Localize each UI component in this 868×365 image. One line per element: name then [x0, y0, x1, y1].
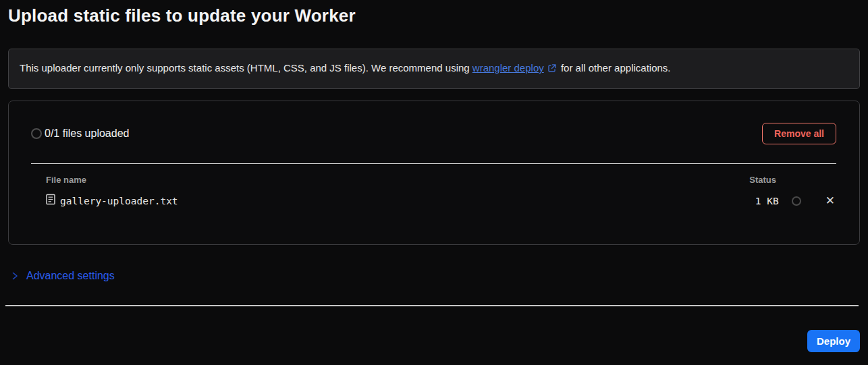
- file-status-circle-icon: [792, 196, 801, 206]
- file-size: 1 KB: [755, 196, 779, 206]
- chevron-right-icon: [11, 271, 19, 281]
- footer: Deploy: [8, 330, 860, 352]
- file-document-icon: [46, 194, 55, 208]
- upload-progress-label: 0/1 files uploaded: [45, 128, 129, 140]
- wrangler-deploy-link[interactable]: wrangler deploy: [472, 62, 544, 74]
- deploy-button[interactable]: Deploy: [807, 330, 860, 352]
- footer-divider: [5, 305, 859, 306]
- card-divider: [31, 163, 836, 164]
- info-banner: This uploader currently only supports st…: [8, 49, 860, 89]
- file-cell: gallery-uploader.txt: [46, 194, 178, 208]
- external-link-icon[interactable]: [547, 62, 557, 77]
- advanced-settings-label: Advanced settings: [26, 270, 115, 282]
- remove-file-close-icon[interactable]: ✕: [825, 195, 835, 206]
- advanced-settings-toggle[interactable]: Advanced settings: [8, 270, 115, 282]
- page-title: Upload static files to update your Worke…: [8, 0, 860, 26]
- file-table-header: File name Status: [46, 175, 836, 185]
- upload-progress-circle-icon: [31, 128, 42, 139]
- remove-all-button[interactable]: Remove all: [762, 123, 836, 144]
- upload-progress: 0/1 files uploaded: [31, 128, 129, 140]
- column-header-status: Status: [749, 175, 776, 185]
- table-row: gallery-uploader.txt 1 KB ✕: [46, 194, 836, 208]
- file-name: gallery-uploader.txt: [60, 196, 178, 206]
- banner-text-before: This uploader currently only supports st…: [20, 62, 472, 74]
- banner-text-after: for all other applications.: [558, 62, 671, 74]
- upload-card-header: 0/1 files uploaded Remove all: [31, 123, 836, 144]
- status-cell: 1 KB ✕: [755, 195, 836, 206]
- worker-upload-page: Upload static files to update your Worke…: [0, 0, 868, 352]
- upload-card: 0/1 files uploaded Remove all File name …: [8, 101, 860, 245]
- file-table: File name Status gallery-uploader.txt 1 …: [31, 175, 836, 208]
- column-header-file-name: File name: [46, 175, 86, 185]
